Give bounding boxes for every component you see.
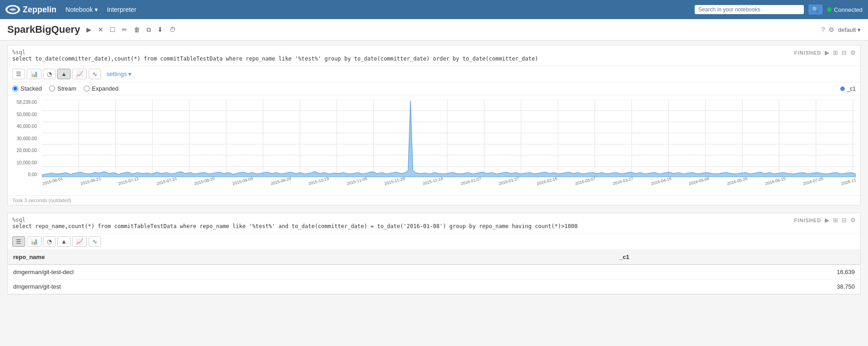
cell-2-table-btn[interactable]: ☰ bbox=[12, 236, 25, 247]
x-label-15: 2016-03-27 bbox=[612, 176, 634, 186]
download-button[interactable]: ⬇ bbox=[156, 25, 165, 34]
chart-options-left: Stacked Stream Expanded bbox=[12, 85, 118, 92]
table-body: dmgerman/git-test-decl 16,639 dmgerman/g… bbox=[8, 265, 860, 294]
connected-dot-icon bbox=[827, 7, 832, 12]
brand-text: Zeppelin bbox=[23, 5, 56, 15]
cell-1-gear-button[interactable]: ⚙ bbox=[850, 49, 856, 56]
settings-chevron-icon: ▾ bbox=[128, 71, 131, 77]
x-label-19: 2016-06-15 bbox=[765, 176, 786, 186]
cell-1-table-button[interactable]: ⊟ bbox=[842, 49, 847, 56]
delete-button[interactable]: 🗑 bbox=[132, 25, 142, 34]
help-button[interactable]: ? bbox=[822, 26, 825, 33]
viz-pie-btn[interactable]: ◔ bbox=[43, 69, 56, 79]
x-label-21: 2028-11 bbox=[841, 178, 856, 186]
search-input[interactable] bbox=[698, 6, 800, 13]
logo-icon bbox=[5, 5, 20, 14]
edit-button[interactable]: ✏ bbox=[120, 25, 129, 34]
expanded-option[interactable]: Expanded bbox=[84, 85, 119, 92]
brand: Zeppelin bbox=[5, 5, 56, 15]
viz-table-btn[interactable]: ☰ bbox=[12, 69, 25, 79]
x-axis: 2015-06-01 2015-06-21 2015-07-11 2015-07… bbox=[42, 182, 856, 195]
page-title-left: SparkBigQuery ▶ ✕ ☐ ✏ 🗑 ⧉ ⬇ ⏱ bbox=[7, 24, 177, 36]
chevron-down-icon: ▾ bbox=[95, 6, 98, 13]
x-label-5: 2015-09-09 bbox=[232, 176, 253, 186]
export-button[interactable]: ⧉ bbox=[145, 25, 153, 35]
legend-label: _c1 bbox=[847, 86, 856, 92]
y-label-30k: 30,000.00 bbox=[17, 136, 37, 141]
y-label-max: 58,239.00 bbox=[17, 100, 37, 105]
clear-button[interactable]: ✕ bbox=[96, 25, 105, 34]
y-label-0: 0.00 bbox=[28, 172, 37, 177]
table-row: dmgerman/git-test-decl 16,639 bbox=[8, 265, 860, 280]
x-label-16: 2016-04-16 bbox=[651, 176, 672, 186]
x-label-11: 2016-01-07 bbox=[460, 176, 482, 186]
table-header: repo_name _c1 bbox=[8, 250, 860, 265]
navbar-menu-notebook[interactable]: Notebook ▾ bbox=[66, 6, 98, 13]
legend-color-icon bbox=[840, 86, 845, 91]
cell-2-actions: FINISHED ▶ ⊞ ⊟ ⚙ bbox=[794, 217, 856, 224]
cell-2-line-btn[interactable]: 📈 bbox=[72, 236, 87, 247]
x-label-20: 2016-07-05 bbox=[802, 176, 824, 186]
cell-2-pie-btn[interactable]: ◔ bbox=[43, 236, 56, 247]
cell-1-chart: 58,239.00 50,000.00 40,000.00 30,000.00 … bbox=[8, 95, 860, 195]
viz-scatter-btn[interactable]: ∿ bbox=[89, 69, 101, 79]
x-label-10: 2015-12-18 bbox=[422, 176, 444, 186]
cell-1-actions: FINISHED ▶ ⊞ ⊟ ⚙ bbox=[794, 49, 856, 56]
cell-2-split-button[interactable]: ⊞ bbox=[833, 217, 838, 224]
search-button[interactable]: 🔍 bbox=[808, 5, 823, 15]
navbar-menu: Notebook ▾ Interpreter bbox=[66, 6, 136, 13]
cell-2-gear-button[interactable]: ⚙ bbox=[850, 217, 856, 224]
cell-1-footer: Took 3 seconds (outdated) bbox=[8, 195, 860, 205]
y-label-20k: 20,000.00 bbox=[17, 148, 37, 153]
cell-1-run-button[interactable]: ▶ bbox=[825, 49, 829, 56]
x-label-3: 2015-07-31 bbox=[156, 176, 177, 186]
x-label-13: 2016-02-16 bbox=[536, 176, 558, 186]
chart-svg bbox=[42, 100, 856, 177]
cell-1-lang-tag: %sql bbox=[12, 49, 25, 56]
cell-1-code-text: select to_date(committer_date),count(*) … bbox=[12, 56, 538, 62]
cell-2-table-button[interactable]: ⊟ bbox=[842, 217, 847, 224]
cell-2-status: FINISHED bbox=[794, 218, 821, 223]
cell-2-scatter-btn[interactable]: ∿ bbox=[89, 236, 101, 247]
row-1-c1: 38,750 bbox=[614, 280, 860, 294]
clone-button[interactable]: ☐ bbox=[108, 25, 117, 34]
cell-2-lang-tag: %sql bbox=[12, 217, 25, 223]
cell-2-code: %sql select repo_name,count(*) from comm… bbox=[12, 217, 578, 229]
user-profile[interactable]: default ▾ bbox=[838, 26, 861, 33]
run-notebook-button[interactable]: ▶ bbox=[85, 25, 93, 34]
cell-1-status: FINISHED bbox=[794, 50, 821, 56]
title-icons: ▶ ✕ ☐ ✏ 🗑 ⧉ ⬇ ⏱ bbox=[85, 25, 177, 35]
viz-bar-btn[interactable]: 📊 bbox=[27, 69, 41, 79]
x-label-4: 2015-08-20 bbox=[194, 176, 215, 186]
x-label-1: 2015-06-21 bbox=[80, 176, 101, 186]
row-0-c1: 16,639 bbox=[614, 265, 860, 280]
cell-1-split-button[interactable]: ⊞ bbox=[833, 49, 838, 56]
page-title: SparkBigQuery bbox=[7, 24, 80, 36]
stream-option[interactable]: Stream bbox=[49, 85, 76, 92]
settings-button[interactable]: ⚙ bbox=[828, 26, 834, 33]
connected-label: Connected bbox=[834, 6, 863, 13]
cell-1-header: %sql select to_date(committer_date),coun… bbox=[8, 46, 860, 66]
stacked-option[interactable]: Stacked bbox=[12, 85, 42, 92]
col-repo-name: repo_name bbox=[8, 250, 614, 265]
page-title-right: ? ⚙ default ▾ bbox=[822, 26, 861, 33]
viz-line-btn[interactable]: 📈 bbox=[72, 69, 87, 79]
cell-2-run-button[interactable]: ▶ bbox=[825, 217, 829, 224]
navbar-menu-interpreter[interactable]: Interpreter bbox=[107, 6, 136, 13]
x-label-17: 2016-05-06 bbox=[688, 176, 710, 186]
y-label-50k: 50,000.00 bbox=[17, 112, 37, 117]
notebook-content: %sql select to_date(committer_date),coun… bbox=[0, 41, 868, 306]
cell-2-bar-btn[interactable]: 📊 bbox=[27, 236, 41, 247]
chart-legend: _c1 bbox=[840, 86, 856, 92]
cell-2-area-btn[interactable]: ▲ bbox=[57, 236, 71, 247]
cell-2-code-text: select repo_name,count(*) from commitTab… bbox=[12, 223, 578, 229]
schedule-button[interactable]: ⏱ bbox=[167, 25, 177, 34]
viz-area-btn[interactable]: ▲ bbox=[57, 69, 71, 79]
connected-badge: Connected bbox=[827, 6, 863, 13]
x-label-12: 2016-01-27 bbox=[498, 176, 520, 186]
cell-2-table-container: repo_name _c1 dmgerman/git-test-decl 16,… bbox=[8, 250, 860, 294]
row-1-repo-name: dmgerman/git-test bbox=[8, 280, 614, 294]
settings-dropdown-btn[interactable]: settings ▾ bbox=[106, 71, 131, 77]
cell-1-chart-options: Stacked Stream Expanded _c1 bbox=[8, 82, 860, 95]
cell-2-viz-toolbar: ☰ 📊 ◔ ▲ 📈 ∿ bbox=[8, 234, 860, 250]
